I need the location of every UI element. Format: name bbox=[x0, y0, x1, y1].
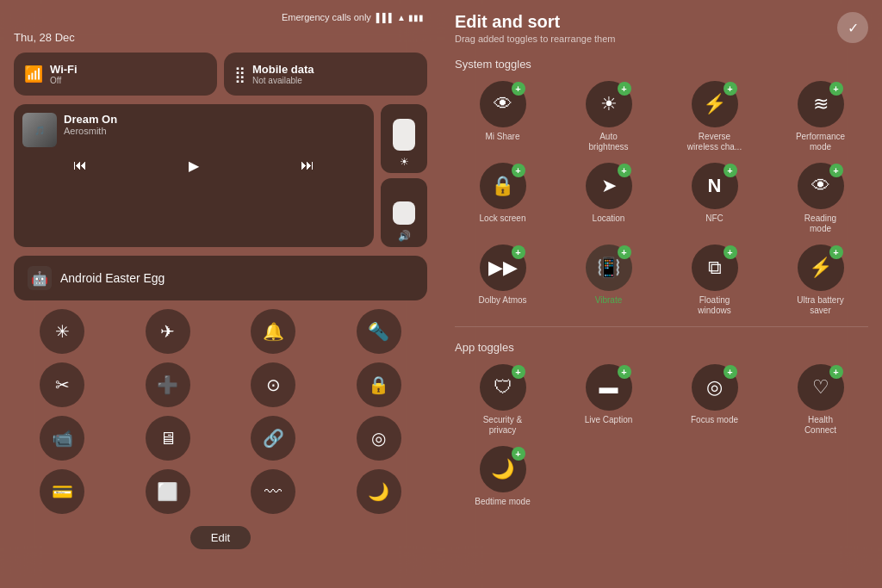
circle-button[interactable]: ⊙ bbox=[251, 362, 295, 407]
check-icon: ✓ bbox=[848, 20, 859, 36]
location-icon: ➤ bbox=[601, 175, 617, 197]
bedtime-icon: 🌙 bbox=[491, 458, 514, 480]
system-toggles-grid: 👁 + Mi Share ☀ + Autobrightness ⚡ + Reve… bbox=[455, 81, 868, 316]
screen-button[interactable]: 🖥 bbox=[146, 416, 190, 461]
date-display: Thu, 28 Dec bbox=[14, 31, 427, 44]
security-plus: + bbox=[512, 365, 525, 379]
toggle-nfc[interactable]: N + NFC bbox=[667, 163, 762, 234]
wifi-status-icon: ▲ bbox=[397, 13, 406, 22]
quick-tiles: 📶 Wi-Fi Off ⣿ Mobile data Not available bbox=[14, 53, 427, 96]
android-easter-egg-button[interactable]: 🤖 Android Easter Egg bbox=[14, 256, 427, 300]
volume-icon: 🔊 bbox=[398, 230, 411, 242]
confirm-button[interactable]: ✓ bbox=[837, 12, 868, 43]
toggle-bedtime-mode[interactable]: 🌙 + Bedtime mode bbox=[455, 446, 550, 507]
ultra-battery-label: Ultra batterysaver bbox=[797, 295, 843, 316]
dolby-circle: ▶▶ + bbox=[480, 244, 526, 291]
ultra-battery-plus: + bbox=[829, 245, 843, 259]
right-header: Edit and sort Drag added toggles to rear… bbox=[455, 12, 868, 44]
live-caption-plus: + bbox=[618, 365, 631, 379]
scan-button[interactable]: ⬜ bbox=[146, 469, 190, 514]
lock-screen-label: Lock screen bbox=[480, 214, 526, 224]
lock-screen-circle: 🔒 + bbox=[480, 163, 526, 209]
toggle-lock-screen[interactable]: 🔒 + Lock screen bbox=[455, 163, 550, 234]
vibrate-plus: + bbox=[618, 245, 631, 259]
mi-share-circle: 👁 + bbox=[480, 81, 526, 127]
brightness-slider[interactable]: ☀ bbox=[381, 104, 427, 173]
mobile-data-tile[interactable]: ⣿ Mobile data Not available bbox=[224, 53, 427, 96]
toggle-auto-brightness[interactable]: ☀ + Autobrightness bbox=[561, 81, 656, 152]
flashlight-button[interactable]: 🔦 bbox=[357, 309, 401, 354]
camera-button[interactable]: 📹 bbox=[40, 416, 84, 461]
toggle-reading-mode[interactable]: 👁 + Readingmode bbox=[773, 163, 868, 234]
toggle-floating-windows[interactable]: ⧉ + Floatingwindows bbox=[667, 244, 762, 316]
volume-slider[interactable]: 🔊 bbox=[381, 178, 427, 247]
media-controls: ⏮ ▶ ⏭ bbox=[22, 152, 365, 176]
bell-button[interactable]: 🔔 bbox=[251, 309, 295, 354]
toggle-performance-mode[interactable]: ≋ + Performancemode bbox=[773, 81, 868, 152]
edit-sort-title: Edit and sort bbox=[455, 12, 616, 32]
reading-mode-plus: + bbox=[829, 164, 843, 177]
security-label: Security &privacy bbox=[483, 415, 523, 436]
edit-button[interactable]: Edit bbox=[190, 526, 251, 549]
scissors-button[interactable]: ✂ bbox=[40, 362, 84, 407]
app-toggles-grid: 🛡 + Security &privacy ▬ + Live Caption ◎… bbox=[455, 364, 868, 507]
toggle-reverse-wireless[interactable]: ⚡ + Reversewireless cha... bbox=[667, 81, 762, 152]
card-button[interactable]: 💳 bbox=[40, 469, 84, 514]
mobile-icon: ⣿ bbox=[234, 65, 245, 84]
moon-button[interactable]: 🌙 bbox=[357, 469, 401, 514]
health-plus: + bbox=[829, 365, 843, 379]
airplane-button[interactable]: ✈ bbox=[146, 309, 190, 354]
reading-mode-circle: 👁 + bbox=[798, 163, 844, 209]
prev-button[interactable]: ⏮ bbox=[66, 156, 94, 176]
nfc-plus: + bbox=[724, 164, 737, 177]
toggle-live-caption[interactable]: ▬ + Live Caption bbox=[561, 364, 656, 436]
edit-sort-subtitle: Drag added toggles to rearrange them bbox=[455, 34, 616, 44]
lock-btn[interactable]: 🔒 bbox=[357, 362, 401, 407]
medical-button[interactable]: ➕ bbox=[146, 362, 190, 407]
right-panel: Edit and sort Drag added toggles to rear… bbox=[441, 0, 882, 588]
auto-brightness-icon: ☀ bbox=[600, 93, 618, 115]
focus-plus: + bbox=[724, 365, 737, 379]
mobile-title: Mobile data bbox=[252, 63, 314, 76]
ultra-battery-icon: ⚡ bbox=[809, 257, 832, 279]
toggle-focus-mode[interactable]: ◎ + Focus mode bbox=[667, 364, 762, 436]
wifi-tile[interactable]: 📶 Wi-Fi Off bbox=[14, 53, 217, 96]
mi-share-label: Mi Share bbox=[485, 132, 519, 142]
wave-button[interactable]: 〰 bbox=[251, 469, 295, 514]
toggle-dolby[interactable]: ▶▶ + Dolby Atmos bbox=[455, 244, 550, 316]
next-button[interactable]: ⏭ bbox=[294, 156, 321, 176]
floating-icon: ⧉ bbox=[708, 257, 722, 279]
status-bar: Emergency calls only ▌▌▌ ▲ ▮▮▮ bbox=[14, 12, 427, 22]
target-button[interactable]: ◎ bbox=[357, 416, 401, 461]
system-toggles-label: System toggles bbox=[455, 58, 868, 71]
reverse-wireless-label: Reversewireless cha... bbox=[687, 132, 742, 152]
toggle-mi-share[interactable]: 👁 + Mi Share bbox=[455, 81, 550, 152]
link-button[interactable]: 🔗 bbox=[251, 416, 295, 461]
icon-grid: ✳ ✈ 🔔 🔦 ✂ ➕ ⊙ 🔒 📹 🖥 🔗 ◎ 💳 ⬜ 〰 🌙 bbox=[14, 309, 427, 514]
reading-mode-label: Readingmode bbox=[804, 214, 836, 234]
toggle-ultra-battery[interactable]: ⚡ + Ultra batterysaver bbox=[773, 244, 868, 316]
reading-mode-icon: 👁 bbox=[811, 175, 830, 197]
auto-brightness-label: Autobrightness bbox=[588, 132, 628, 152]
bedtime-plus: + bbox=[512, 447, 525, 461]
toggle-location[interactable]: ➤ + Location bbox=[561, 163, 656, 234]
vibrate-icon: 📳 bbox=[597, 257, 620, 279]
reverse-wireless-plus: + bbox=[724, 82, 737, 96]
floating-label: Floatingwindows bbox=[698, 295, 730, 316]
location-plus: + bbox=[618, 164, 631, 177]
toggle-vibrate[interactable]: 📳 + Vibrate bbox=[561, 244, 656, 316]
bedtime-label: Bedtime mode bbox=[475, 497, 530, 507]
vibrate-circle: 📳 + bbox=[586, 244, 632, 291]
bluetooth-button[interactable]: ✳ bbox=[40, 309, 84, 354]
auto-brightness-plus: + bbox=[618, 82, 631, 96]
vibrate-label: Vibrate bbox=[595, 295, 623, 306]
toggle-health-connect[interactable]: ♡ + HealthConnect bbox=[773, 364, 868, 436]
floating-plus: + bbox=[724, 245, 737, 259]
live-caption-circle: ▬ + bbox=[586, 364, 632, 411]
easter-egg-icon: 🤖 bbox=[28, 266, 52, 290]
play-button[interactable]: ▶ bbox=[182, 156, 206, 176]
sliders-col: ☀ 🔊 bbox=[381, 104, 427, 247]
toggle-security-privacy[interactable]: 🛡 + Security &privacy bbox=[455, 364, 550, 436]
reverse-wireless-circle: ⚡ + bbox=[692, 81, 738, 127]
media-card: 🎵 Dream On Aerosmith ⏮ ▶ ⏭ bbox=[14, 104, 374, 247]
